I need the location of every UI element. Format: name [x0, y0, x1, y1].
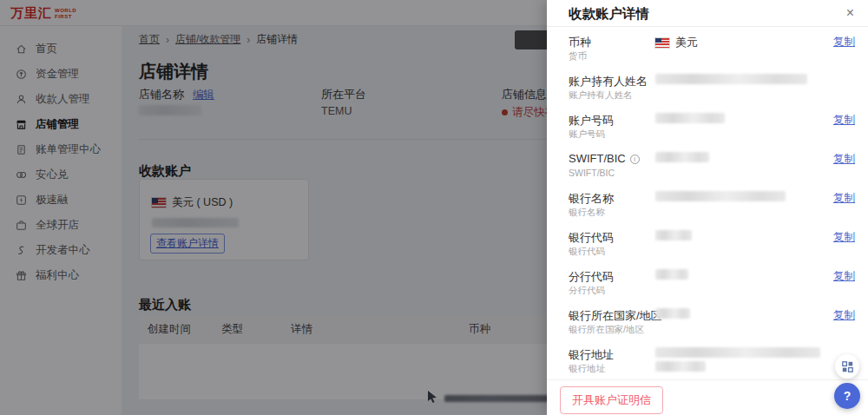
redacted-value: [655, 74, 807, 84]
redacted-value: [655, 152, 709, 162]
drawer-row-bank-address: 银行地址银行地址: [547, 346, 868, 379]
redacted-value: [655, 230, 692, 240]
close-icon[interactable]: ×: [846, 0, 854, 26]
drawer-row-account-number: 账户号码账户号码复制: [547, 111, 868, 150]
us-flag-icon: [655, 38, 669, 48]
account-details-drawer: 收款账户详情 × 币种货币美元复制账户持有人姓名账户持有人姓名账户号码账户号码复…: [547, 0, 868, 415]
drawer-row-holder-name: 账户持有人姓名账户持有人姓名: [547, 72, 868, 111]
drawer-row-bank-country: 银行所在国家/地区银行所在国家/地区复制: [547, 306, 868, 346]
copy-link[interactable]: 复制: [833, 191, 855, 206]
redacted-value: [655, 191, 786, 201]
copy-link[interactable]: 复制: [833, 269, 855, 284]
copy-link[interactable]: 复制: [833, 35, 855, 49]
info-icon[interactable]: i: [630, 155, 640, 164]
redacted-value: [655, 113, 725, 123]
drawer-row-branch-code: 分行代码分行代码复制: [547, 267, 868, 306]
drawer-footer: 开具账户证明信: [547, 379, 868, 415]
redacted-value: [655, 361, 706, 372]
drawer-row-bank-name: 银行名称银行名称复制: [547, 189, 868, 228]
help-button[interactable]: ?: [834, 383, 860, 409]
redacted-value: [655, 308, 690, 319]
modal-backdrop: [0, 0, 548, 415]
currency-value: 美元: [675, 35, 698, 50]
copy-link[interactable]: 复制: [833, 230, 855, 245]
drawer-title: 收款账户详情: [569, 0, 649, 27]
drawer-row-swift-bic: SWIFT/BICiSWIFT/BIC复制: [547, 150, 868, 189]
drawer-row-currency: 币种货币美元复制: [547, 33, 868, 72]
issue-certificate-button[interactable]: 开具账户证明信: [560, 386, 663, 414]
app-window: 万里汇 WORLD FIRST 首页资金管理收款人管理店铺管理账单管理中心安心兑…: [0, 0, 868, 415]
copy-link[interactable]: 复制: [833, 152, 855, 167]
redacted-value: [655, 347, 820, 358]
qr-code-button[interactable]: [835, 354, 859, 379]
redacted-value: [655, 269, 688, 280]
drawer-row-bank-code: 银行代码银行代码复制: [547, 228, 868, 267]
drawer-header: 收款账户详情 ×: [547, 0, 868, 27]
copy-link[interactable]: 复制: [833, 308, 855, 323]
copy-link[interactable]: 复制: [833, 113, 855, 128]
drawer-rows: 币种货币美元复制账户持有人姓名账户持有人姓名账户号码账户号码复制SWIFT/BI…: [547, 27, 868, 379]
qr-code-icon: [842, 361, 853, 372]
question-mark-icon: ?: [844, 389, 852, 403]
